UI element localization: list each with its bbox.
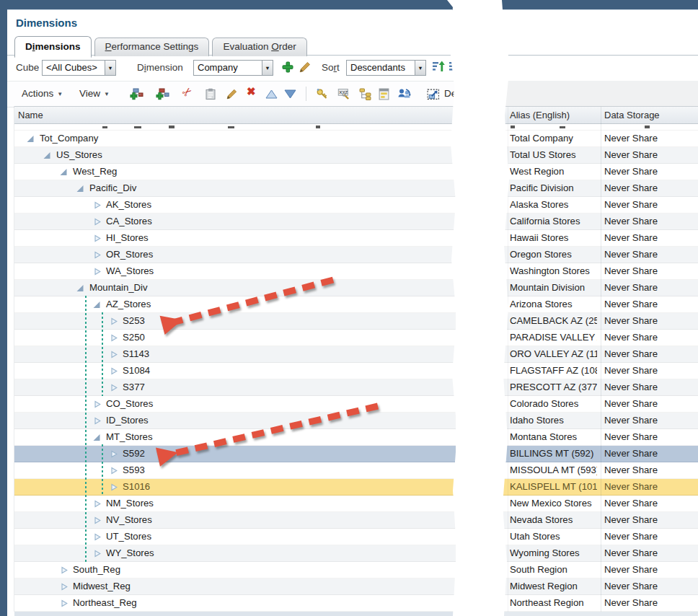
- data-storage-column-header[interactable]: Data Storage: [604, 107, 660, 123]
- expand-toggle-icon[interactable]: [110, 317, 118, 325]
- tree-row-us_stores[interactable]: US_Stores: [14, 147, 456, 164]
- tree-row-s1084[interactable]: S1084: [14, 363, 456, 379]
- collapse-toggle-icon[interactable]: [76, 185, 84, 193]
- collapse-toggle-icon[interactable]: [93, 301, 101, 309]
- alias-column-header[interactable]: Alias (English): [510, 107, 570, 123]
- member-name: NV_Stores: [106, 512, 152, 528]
- cube-select-dropdown-icon[interactable]: ▼: [105, 60, 116, 76]
- detach-table-icon[interactable]: [427, 88, 440, 100]
- collapse-toggle-icon[interactable]: [43, 151, 51, 159]
- edit-icon[interactable]: [226, 88, 238, 100]
- assign-key-icon[interactable]: [316, 88, 329, 100]
- tree-row-s253[interactable]: S253: [14, 313, 456, 330]
- add-sibling-member-icon[interactable]: [156, 88, 169, 100]
- expand-toggle-icon[interactable]: [60, 566, 69, 574]
- expand-toggle-icon[interactable]: [93, 234, 102, 242]
- tree-row-co_stores[interactable]: CO_Stores: [14, 396, 456, 413]
- actions-menu[interactable]: Actions▼: [22, 82, 63, 106]
- dimension-select-dropdown-icon[interactable]: ▼: [262, 60, 273, 76]
- expand-toggle-icon[interactable]: [93, 400, 102, 408]
- tree-row-ca_stores[interactable]: CA_Stores: [14, 214, 456, 230]
- move-up-icon[interactable]: [265, 89, 278, 99]
- tree-row-tot_company[interactable]: Tot_Company: [14, 131, 456, 147]
- expand-toggle-icon[interactable]: [93, 218, 102, 226]
- cube-select[interactable]: <All Cubes>: [42, 60, 107, 76]
- expand-toggle-icon[interactable]: [93, 268, 102, 276]
- name-column-header[interactable]: Name: [14, 106, 456, 124]
- tree-row-west_reg[interactable]: West_Reg: [14, 164, 456, 180]
- sort-descending-icon[interactable]: [449, 61, 461, 73]
- detach-label[interactable]: Deta: [444, 82, 465, 106]
- expand-toggle-icon[interactable]: [93, 550, 102, 558]
- alias-cell: South Region: [510, 562, 597, 578]
- tree-row-mt_stores[interactable]: MT_Stores: [14, 429, 456, 446]
- tree-row-s250[interactable]: S250: [14, 330, 456, 346]
- tree-row-northeast_reg[interactable]: Northeast_Reg: [14, 595, 456, 612]
- expand-toggle-icon[interactable]: [93, 417, 102, 425]
- member-name: HI_Stores: [106, 230, 149, 246]
- member-name: S253: [123, 313, 145, 329]
- tree-row-ut_stores[interactable]: UT_Stores: [14, 529, 456, 545]
- xyz-member-tool-icon[interactable]: XYZ: [337, 88, 350, 100]
- expand-toggle-icon[interactable]: [93, 500, 102, 508]
- member-name: Pacific_Div: [89, 180, 136, 196]
- collapse-toggle-icon[interactable]: [60, 168, 68, 176]
- tree-row-or_stores[interactable]: OR_Stores: [14, 247, 456, 263]
- move-down-icon[interactable]: [284, 89, 296, 99]
- expand-toggle-icon[interactable]: [110, 450, 118, 458]
- tab-dimensions[interactable]: Dimensions: [14, 36, 92, 58]
- member-form-icon[interactable]: [378, 88, 390, 100]
- edit-dimension-icon[interactable]: [299, 61, 312, 74]
- tree-row-wy_stores[interactable]: WY_Stores: [14, 545, 456, 562]
- expand-toggle-icon[interactable]: [60, 583, 69, 591]
- tree-row-midwest_reg[interactable]: Midwest_Reg: [14, 578, 456, 595]
- tree-row-s593[interactable]: S593: [14, 462, 456, 479]
- tree-row-ak_stores[interactable]: AK_Stores: [14, 197, 456, 214]
- tree-row-wa_stores[interactable]: WA_Stores: [14, 263, 456, 280]
- delete-icon[interactable]: ✖: [247, 86, 256, 97]
- tree-row-south_reg[interactable]: South_Reg: [14, 562, 456, 578]
- tab-evaluation-order[interactable]: Evaluation Order: [212, 38, 306, 56]
- refresh-shared-members-icon[interactable]: [397, 88, 411, 100]
- view-menu[interactable]: View▼: [79, 82, 110, 106]
- cut-icon[interactable]: ✂: [179, 84, 195, 100]
- tree-row-az_stores[interactable]: AZ_Stores: [14, 296, 456, 313]
- collapse-toggle-icon[interactable]: [27, 135, 35, 143]
- tree-row-nm_stores[interactable]: NM_Stores: [14, 496, 456, 512]
- tree-row-s592[interactable]: S592: [14, 446, 456, 462]
- paste-icon[interactable]: [205, 88, 217, 100]
- tree-row-id_stores[interactable]: ID_Stores: [14, 413, 456, 429]
- tree-row-mountain_div[interactable]: Mountain_Div: [14, 280, 456, 296]
- tree-row-nv_stores[interactable]: NV_Stores: [14, 512, 456, 529]
- tree-row-s377[interactable]: S377: [14, 379, 456, 396]
- sort-select-dropdown-icon[interactable]: ▼: [415, 60, 426, 76]
- sort-ascending-icon[interactable]: [432, 61, 445, 73]
- expand-toggle-icon[interactable]: [110, 334, 118, 342]
- data-storage-cell: Never Share: [604, 247, 697, 263]
- member-name: S593: [123, 462, 145, 478]
- expand-toggle-icon[interactable]: [93, 251, 102, 259]
- expand-toggle-icon[interactable]: [93, 516, 102, 524]
- expand-toggle-icon[interactable]: [110, 384, 118, 392]
- tree-row-pacific_div[interactable]: Pacific_Div: [14, 180, 456, 197]
- dimension-select[interactable]: Company: [193, 60, 264, 76]
- expand-toggle-icon[interactable]: [110, 367, 118, 375]
- expand-toggle-icon[interactable]: [93, 533, 102, 541]
- expand-toggle-icon[interactable]: [110, 351, 118, 358]
- add-member-icon[interactable]: [130, 88, 143, 100]
- tree-row-hi_stores[interactable]: HI_Stores: [14, 230, 456, 247]
- tab-performance-settings[interactable]: Performance Settings: [94, 38, 210, 56]
- tree-row-s1016[interactable]: S1016: [14, 479, 456, 496]
- expand-toggle-icon[interactable]: [93, 201, 102, 209]
- add-dimension-icon[interactable]: [281, 61, 294, 74]
- expand-toggle-icon[interactable]: [60, 599, 69, 607]
- expand-toggle-icon[interactable]: [110, 467, 118, 475]
- collapse-toggle-icon[interactable]: [76, 284, 84, 292]
- alias-cell: Hawaii Stores: [510, 230, 597, 246]
- tree-row-s1143[interactable]: S1143: [14, 346, 456, 363]
- expand-toggle-icon[interactable]: [110, 483, 118, 491]
- sort-select[interactable]: Descendants: [346, 60, 417, 76]
- alias-cell: Oregon Stores: [510, 247, 597, 263]
- show-hierarchy-icon[interactable]: [359, 88, 371, 100]
- collapse-toggle-icon[interactable]: [93, 434, 101, 441]
